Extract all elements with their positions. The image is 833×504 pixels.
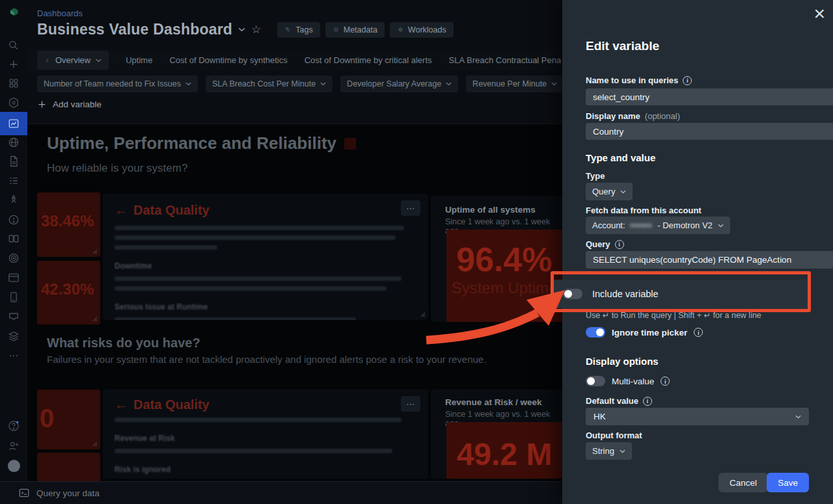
- browser-window-icon[interactable]: [7, 271, 20, 284]
- multi-value-toggle[interactable]: [586, 376, 605, 386]
- include-variable-toggle[interactable]: [563, 289, 582, 299]
- tags-button[interactable]: Tags: [277, 22, 320, 38]
- dashboard-header: Dashboards Business Value Dashboard ☆ Ta…: [27, 0, 562, 124]
- blurred-text-line: [115, 245, 217, 250]
- variable-pill-revenue-per-minute[interactable]: Revenue Per Minute: [466, 75, 562, 92]
- ignore-time-picker-toggle[interactable]: [586, 327, 605, 338]
- variable-pill-sla-breach-cost[interactable]: SLA Breach Cost Per Minute: [206, 75, 333, 92]
- type-dropdown[interactable]: Query: [586, 183, 633, 200]
- blurred-text-line: [115, 235, 396, 240]
- logs-list-icon[interactable]: [7, 174, 20, 187]
- tab-cost-downtime-critical-alerts[interactable]: Cost of Downtime by critical alerts: [305, 55, 432, 65]
- name-in-queries-label: Name to use in queriesi: [586, 75, 809, 85]
- widget-title: Data Quality: [133, 397, 210, 412]
- help-circle-icon[interactable]: [7, 419, 20, 432]
- apps-grid-icon[interactable]: [7, 77, 20, 90]
- breadcrumb[interactable]: Dashboards: [37, 8, 83, 18]
- info-icon[interactable]: i: [683, 76, 692, 85]
- uptime-widget: Uptime of all systems Since 1 week ago v…: [431, 196, 562, 322]
- tab-sla-breach-penalty[interactable]: SLA Breach Contractual Penalty: [449, 55, 561, 65]
- section-title-risks: What risks do you have?: [47, 336, 200, 351]
- toggle-knob: [596, 328, 604, 336]
- inbox-tray-icon[interactable]: [7, 310, 20, 323]
- query-your-data-label: Query your data: [36, 488, 100, 498]
- alert-circle-icon[interactable]: [7, 213, 20, 226]
- blurred-lead-text: Revenue at Risk: [115, 434, 175, 443]
- plus-icon[interactable]: [7, 58, 20, 71]
- back-arrow-icon[interactable]: ←: [115, 203, 128, 218]
- name-in-queries-input[interactable]: [586, 88, 833, 105]
- blurred-text-line: [115, 286, 387, 291]
- terminal-icon: [18, 487, 30, 499]
- blurred-text-line: [115, 317, 356, 320]
- query-help-text: Use ↵ to Run the query | Shift + ↵ for a…: [586, 310, 809, 320]
- query-input[interactable]: [586, 251, 833, 269]
- metadata-button[interactable]: Metadata: [325, 22, 385, 38]
- tab-cost-downtime-synthetics[interactable]: Cost of Downtime by synthetics: [169, 55, 287, 65]
- chevron-down-icon: [620, 449, 625, 453]
- info-icon[interactable]: i: [694, 328, 703, 337]
- new-relic-logo-icon[interactable]: [7, 6, 20, 19]
- variable-bar: Number of Team needed to Fix Issues SLA …: [37, 75, 562, 92]
- resize-handle-icon[interactable]: [91, 440, 98, 447]
- rocket-icon[interactable]: [7, 194, 20, 207]
- default-value-select[interactable]: HK: [586, 408, 809, 425]
- user-avatar[interactable]: [7, 459, 20, 472]
- widget-menu-button[interactable]: ⋯: [401, 200, 420, 216]
- revenue-risk-widget: Revenue at Risk / week Since 1 week ago …: [431, 390, 562, 479]
- output-format-dropdown[interactable]: String: [586, 442, 632, 460]
- widget-title: Revenue at Risk / week: [445, 397, 562, 407]
- display-name-input[interactable]: [586, 123, 833, 140]
- redacted-account-id: ▪▪▪▪▪▪: [631, 220, 653, 230]
- document-icon[interactable]: [7, 155, 20, 168]
- resize-handle-icon[interactable]: [91, 315, 98, 322]
- tab-overview[interactable]: Overview: [37, 51, 109, 70]
- blurred-lead-text: Downtime: [115, 261, 152, 271]
- search-icon[interactable]: [7, 39, 20, 52]
- chevron-down-icon[interactable]: [238, 27, 245, 32]
- info-icon[interactable]: i: [661, 377, 670, 386]
- dashboard-canvas: Uptime, Performance and Reliability How …: [27, 124, 562, 481]
- billboard-widget-4-partial: [37, 453, 100, 482]
- display-options-heading: Display options: [586, 356, 809, 367]
- tag-icon: [284, 27, 292, 32]
- tab-uptime[interactable]: Uptime: [126, 55, 152, 65]
- favorite-star-icon[interactable]: ☆: [251, 23, 261, 36]
- sidebar-item-dashboards[interactable]: [0, 112, 27, 135]
- more-ellipsis-icon[interactable]: [7, 349, 20, 362]
- drag-handle-icon[interactable]: [44, 59, 50, 62]
- bullseye-icon[interactable]: [7, 252, 20, 265]
- title-row: Business Value Dashboard ☆ Tags Metadata…: [37, 21, 454, 38]
- save-button[interactable]: Save: [767, 473, 809, 492]
- variable-pill-developer-salary[interactable]: Developer Salary Average: [340, 75, 458, 92]
- toggle-knob: [564, 290, 572, 298]
- toggle-knob: [587, 377, 595, 385]
- add-user-icon[interactable]: [7, 440, 20, 453]
- multi-value-row: Multi-value i: [586, 376, 809, 386]
- split-panels-icon[interactable]: [7, 232, 20, 245]
- section-subtitle-uptime: How reliable is your system?: [47, 162, 187, 175]
- cancel-button[interactable]: Cancel: [718, 473, 768, 492]
- default-value-label: Default valuei: [586, 396, 809, 406]
- query-your-data-bar[interactable]: Query your data: [0, 481, 562, 504]
- resize-handle-icon[interactable]: [91, 248, 98, 254]
- close-icon[interactable]: ×: [813, 4, 825, 23]
- widget-menu-button[interactable]: ⋯: [401, 396, 420, 412]
- add-variable-button[interactable]: Add variable: [37, 99, 102, 109]
- chevron-down-icon: [96, 59, 102, 62]
- blurred-text-line: [115, 276, 402, 281]
- workloads-button[interactable]: Workloads: [390, 22, 454, 38]
- entities-hexagon-icon[interactable]: [7, 96, 20, 109]
- blurred-text-line: [115, 418, 402, 422]
- variable-pill-team-needed[interactable]: Number of Team needed to Fix Issues: [37, 75, 198, 92]
- account-dropdown[interactable]: Account: ▪▪▪▪▪▪ - Demotron V2: [586, 217, 730, 234]
- resize-handle-icon[interactable]: [419, 311, 426, 317]
- layers-stack-icon[interactable]: [7, 330, 20, 343]
- dashboards-icon: [7, 117, 20, 130]
- info-icon[interactable]: i: [615, 240, 624, 249]
- mobile-device-icon[interactable]: [7, 291, 20, 304]
- billboard-red-area: 96.4% System Uptime: [446, 230, 562, 322]
- info-icon[interactable]: i: [643, 397, 652, 406]
- globe-icon[interactable]: [7, 136, 20, 149]
- back-arrow-icon[interactable]: ←: [115, 397, 128, 412]
